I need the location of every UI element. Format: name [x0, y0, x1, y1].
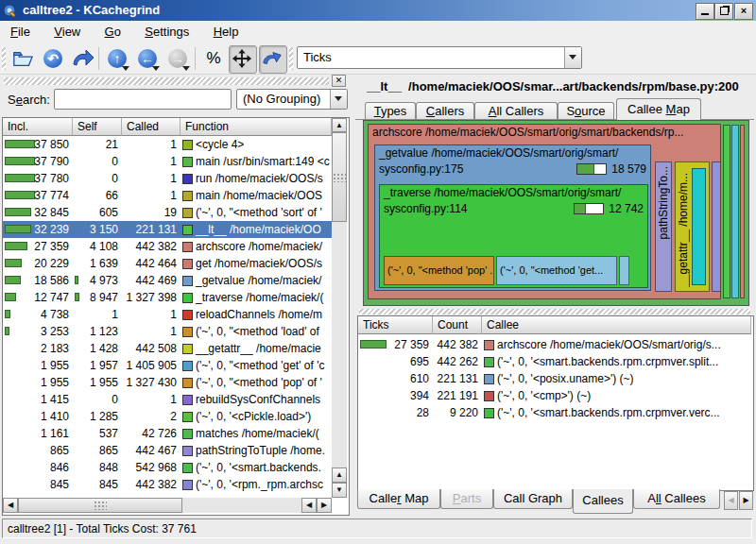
event-type-combobox[interactable]: Ticks [297, 46, 582, 69]
relative-percent-toggle[interactable]: % [200, 45, 227, 72]
treemap-edge-callee-green[interactable] [723, 125, 730, 298]
callee-map-view[interactable]: archscore /home/maciek/OOS/smart/orig/sm… [363, 120, 749, 306]
dock-handle[interactable] [4, 77, 329, 85]
table-row[interactable]: 1 9551 9551 327 430('~', 0, "<method 'po… [3, 374, 332, 391]
table-row[interactable]: 1 4101 2852('~', 0, '<cPickle.load>') [3, 408, 332, 425]
tab-caller-map[interactable]: Caller Map [357, 489, 440, 509]
table-row[interactable]: 4 73811reloadChannels /home/m [3, 306, 332, 323]
history-forward-button[interactable]: → [164, 45, 191, 72]
menu-file[interactable]: File [0, 21, 41, 43]
function-name: ('~', 0, '<rpm._rpm.archsc [196, 478, 323, 491]
treemap-traverse[interactable]: _traverse /home/maciek/OOS/smart/orig/sm… [379, 184, 648, 288]
column-header-self[interactable]: Self [73, 118, 122, 136]
vertical-scroll-thumb[interactable] [332, 132, 347, 222]
treemap-archscore[interactable]: archscore /home/maciek/OOS/smart/orig/sm… [368, 124, 721, 299]
treemap-small-strip[interactable] [712, 162, 721, 292]
table-row[interactable]: 20 2291 639442 464get /home/maciek/OOS/s [3, 255, 332, 272]
tab-scroll-right-button[interactable]: ▶ [739, 491, 753, 510]
table-row[interactable]: 32 84560519('~', 0, "<method 'sort' of ' [3, 204, 332, 221]
forward-button[interactable] [70, 45, 96, 72]
combobox-handle[interactable] [289, 47, 293, 70]
toolbar-handle[interactable] [2, 47, 6, 70]
treemap-method-pop[interactable]: ('~', 0, "<method 'pop' ... [384, 256, 494, 285]
treemap-getattr[interactable]: __getattr__ /home/m... [675, 162, 710, 292]
panel-splitter[interactable] [350, 76, 355, 516]
menu-view[interactable]: View [43, 21, 91, 43]
incl-value: 37 774 [34, 187, 69, 204]
tab-all-callees[interactable]: All Callees [633, 489, 720, 509]
tab-source[interactable]: Source [558, 102, 614, 120]
callees-dock-handle[interactable] [359, 309, 750, 314]
back-button[interactable]: ↶ [40, 45, 66, 72]
menu-settings[interactable]: Settings [134, 21, 199, 43]
table-row[interactable]: 37 774661main /home/maciek/OOS [3, 187, 332, 204]
scroll-up-button2[interactable]: ▲ [332, 468, 347, 483]
column-header-incl[interactable]: Incl. [3, 118, 73, 136]
table-row[interactable]: 12 7478 9471 327 398_traverse /home/maci… [3, 289, 332, 306]
tab-call-graph[interactable]: Call Graph [493, 489, 573, 509]
history-back-button[interactable]: ← [134, 45, 161, 72]
tab-callees[interactable]: Callees [573, 489, 633, 514]
minimize-button[interactable] [696, 3, 714, 20]
callee-row[interactable]: 394221 191('~', 0, '<cmp>') (~) [358, 387, 751, 404]
up-button[interactable]: ↑ [104, 45, 130, 72]
table-row[interactable]: 846848542 968('~', 0, '<smart.backends. [3, 459, 332, 476]
table-row[interactable]: 1 41501rebuildSysConfChannels [3, 391, 332, 408]
scroll-up-button[interactable]: ▲ [332, 118, 347, 132]
close-button[interactable]: × [734, 3, 753, 20]
menu-go[interactable]: Go [94, 21, 131, 43]
tab-callee-map[interactable]: Callee Map [616, 98, 701, 120]
open-button[interactable] [9, 45, 36, 72]
column-header-function[interactable]: Function [180, 118, 332, 136]
table-row[interactable]: 865865442 467pathStringToTuple /home. [3, 442, 332, 459]
tab-callers[interactable]: Callers [416, 102, 474, 120]
search-input[interactable] [54, 89, 232, 110]
scroll-left-button2[interactable]: ◀ [301, 498, 317, 513]
grouping-combobox[interactable]: (No Grouping) [236, 89, 348, 110]
table-row-selected[interactable]: 32 2393 150221 131__lt__ /home/maciek/OO [3, 221, 332, 238]
callee-row[interactable]: 610221 131('~', 0, '<posix.uname>') (~) [358, 370, 751, 387]
callee-name: ('~', 0, '<smart.backends.rpm.crpmver.ve… [497, 406, 720, 419]
menu-help[interactable]: Help [203, 21, 249, 43]
treemap-getattr-child[interactable] [692, 168, 706, 285]
callee-row[interactable]: 289 220('~', 0, '<smart.backends.rpm.crp… [358, 404, 751, 421]
incl-value: 1 955 [41, 374, 69, 391]
table-row[interactable]: 3 2531 1231('~', 0, "<method 'load' of [3, 323, 332, 340]
treemap-method-get[interactable]: ('~', 0, "<method 'get... [496, 256, 617, 285]
tab-scroll-left-button[interactable]: ◀ [724, 491, 738, 510]
table-row[interactable]: 37 79001main /usr/bin/smart:149 <c [3, 153, 332, 170]
callee-row[interactable]: 695442 262('~', 0, '<smart.backends.rpm.… [358, 353, 751, 370]
column-header-called[interactable]: Called [122, 118, 180, 136]
dock-close-button[interactable]: ✕ [332, 75, 346, 87]
table-row[interactable]: 37 78001run /home/maciek/OOS/s [3, 170, 332, 187]
cycle-detection-toggle[interactable] [259, 45, 287, 74]
restore-button[interactable] [714, 3, 733, 20]
treemap-getvalue[interactable]: _getvalue /home/maciek/OOS/smart/orig/sm… [374, 144, 651, 291]
tab-types[interactable]: Types [365, 102, 416, 120]
treemap-small-callee[interactable] [619, 256, 629, 285]
callee-row[interactable]: 27 359442 382archscore /home/maciek/OOS/… [358, 336, 751, 353]
column-header-callee[interactable]: Callee [482, 316, 751, 334]
column-header-ticks[interactable]: Ticks [358, 316, 433, 334]
treemap-edge-callee-cyan[interactable] [731, 125, 739, 298]
table-row[interactable]: 1 9551 9571 405 905('~', 0, "<method 'ge… [3, 357, 332, 374]
treemap-path-string-to-tuple[interactable]: pathStringTo... [655, 162, 672, 292]
combobox-arrow[interactable] [330, 90, 347, 109]
treemap-edge-callee-salmon[interactable] [740, 125, 745, 298]
scroll-down-button[interactable]: ▼ [332, 483, 347, 498]
scroll-left-button[interactable]: ◀ [3, 498, 18, 513]
table-row[interactable]: 27 3594 108442 382archscore /home/maciek… [3, 238, 332, 255]
table-row[interactable]: 2 1831 428442 508__getattr__ /home/macie [3, 340, 332, 357]
combobox-arrow[interactable] [564, 47, 581, 68]
column-header-count[interactable]: Count [433, 316, 482, 334]
expand-areas-toggle[interactable] [229, 45, 257, 74]
table-row[interactable]: 37 850211<cycle 4> [3, 136, 332, 153]
horizontal-scroll-thumb[interactable] [18, 498, 182, 513]
title-bar[interactable]: calltree2 - KCachegrind × [0, 0, 756, 21]
table-row[interactable]: 1 16153742 726matches /home/maciek/( [3, 425, 332, 442]
scroll-right-button[interactable]: ▶ [317, 498, 332, 513]
table-row[interactable]: 845845442 382('~', 0, '<rpm._rpm.archsc [3, 476, 332, 493]
tab-all-callers[interactable]: All Callers [474, 102, 558, 120]
thumb-grip [333, 173, 346, 182]
table-row[interactable]: 18 5864 973442 469_getvalue /home/maciek… [3, 272, 332, 289]
